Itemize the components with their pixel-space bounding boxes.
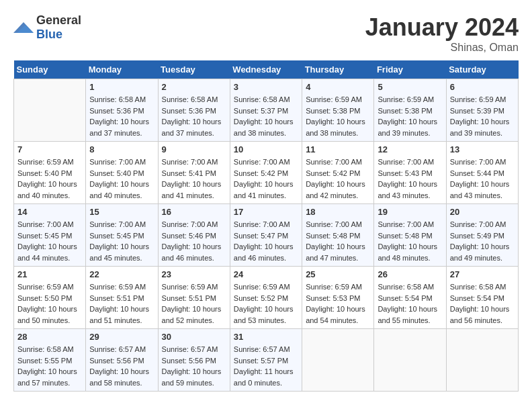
weekday-header-saturday: Saturday [446, 60, 518, 79]
calendar-cell: 1Sunrise: 6:58 AMSunset: 5:36 PMDaylight… [86, 79, 158, 142]
day-number: 7 [17, 144, 82, 154]
calendar-cell: 18Sunrise: 7:00 AMSunset: 5:48 PMDayligh… [302, 204, 374, 267]
calendar-cell: 8Sunrise: 7:00 AMSunset: 5:40 PMDaylight… [86, 142, 158, 204]
calendar-cell: 27Sunrise: 6:58 AMSunset: 5:54 PMDayligh… [446, 267, 518, 329]
day-detail: Sunrise: 6:58 AMSunset: 5:54 PMDaylight:… [450, 281, 515, 326]
day-number: 28 [17, 332, 82, 342]
weekday-header-friday: Friday [374, 60, 446, 79]
day-detail: Sunrise: 7:00 AMSunset: 5:42 PMDaylight:… [234, 156, 298, 201]
calendar-cell: 21Sunrise: 6:59 AMSunset: 5:50 PMDayligh… [14, 267, 86, 329]
calendar-cell: 4Sunrise: 6:59 AMSunset: 5:38 PMDaylight… [302, 79, 374, 142]
calendar-cell: 28Sunrise: 6:58 AMSunset: 5:55 PMDayligh… [14, 329, 86, 392]
day-detail: Sunrise: 6:59 AMSunset: 5:52 PMDaylight:… [234, 281, 298, 326]
weekday-header-thursday: Thursday [302, 60, 374, 79]
day-number: 8 [89, 144, 154, 154]
calendar-cell: 20Sunrise: 7:00 AMSunset: 5:49 PMDayligh… [446, 204, 518, 267]
calendar-cell: 3Sunrise: 6:58 AMSunset: 5:37 PMDaylight… [230, 79, 302, 142]
day-number: 17 [234, 207, 298, 217]
weekday-header-sunday: Sunday [14, 60, 86, 79]
day-detail: Sunrise: 6:59 AMSunset: 5:39 PMDaylight:… [450, 94, 515, 138]
day-number: 31 [234, 332, 298, 342]
calendar-cell: 19Sunrise: 7:00 AMSunset: 5:48 PMDayligh… [374, 204, 446, 267]
day-number: 15 [89, 207, 154, 217]
day-detail: Sunrise: 7:00 AMSunset: 5:48 PMDaylight:… [306, 219, 370, 263]
day-number: 2 [162, 82, 226, 92]
calendar-cell: 13Sunrise: 7:00 AMSunset: 5:44 PMDayligh… [446, 142, 518, 204]
day-number: 23 [162, 269, 226, 279]
calendar-table: SundayMondayTuesdayWednesdayThursdayFrid… [13, 60, 519, 392]
day-number: 27 [450, 269, 515, 279]
day-detail: Sunrise: 6:57 AMSunset: 5:57 PMDaylight:… [234, 344, 298, 388]
day-detail: Sunrise: 7:00 AMSunset: 5:41 PMDaylight:… [162, 156, 226, 201]
day-number: 26 [378, 269, 442, 279]
day-detail: Sunrise: 6:58 AMSunset: 5:36 PMDaylight:… [89, 94, 154, 138]
day-number: 25 [306, 269, 370, 279]
day-number: 10 [234, 144, 298, 154]
calendar-cell [14, 79, 86, 142]
location-title: Shinas, Oman [365, 42, 519, 54]
day-detail: Sunrise: 7:00 AMSunset: 5:48 PMDaylight:… [378, 219, 442, 263]
calendar-cell: 5Sunrise: 6:59 AMSunset: 5:38 PMDaylight… [374, 79, 446, 142]
day-detail: Sunrise: 7:00 AMSunset: 5:47 PMDaylight:… [234, 219, 298, 263]
day-number: 19 [378, 207, 442, 217]
logo-text-general: General [36, 13, 81, 27]
day-detail: Sunrise: 6:59 AMSunset: 5:38 PMDaylight:… [378, 94, 442, 138]
calendar-cell: 6Sunrise: 6:59 AMSunset: 5:39 PMDaylight… [446, 79, 518, 142]
day-number: 4 [306, 82, 370, 92]
calendar-cell: 23Sunrise: 6:59 AMSunset: 5:51 PMDayligh… [158, 267, 230, 329]
day-detail: Sunrise: 6:59 AMSunset: 5:40 PMDaylight:… [17, 156, 82, 201]
day-detail: Sunrise: 6:58 AMSunset: 5:55 PMDaylight:… [17, 344, 82, 388]
day-number: 16 [162, 207, 226, 217]
calendar-cell: 12Sunrise: 7:00 AMSunset: 5:43 PMDayligh… [374, 142, 446, 204]
day-detail: Sunrise: 7:00 AMSunset: 5:46 PMDaylight:… [162, 219, 226, 263]
logo-icon [13, 19, 34, 36]
logo: General Blue [13, 13, 81, 42]
calendar-cell: 11Sunrise: 7:00 AMSunset: 5:42 PMDayligh… [302, 142, 374, 204]
title-area: January 2024 Shinas, Oman [365, 13, 519, 54]
weekday-header-tuesday: Tuesday [158, 60, 230, 79]
day-number: 20 [450, 207, 515, 217]
day-detail: Sunrise: 7:00 AMSunset: 5:43 PMDaylight:… [378, 156, 442, 201]
day-number: 29 [89, 332, 154, 342]
calendar-cell [446, 329, 518, 392]
weekday-header-monday: Monday [86, 60, 158, 79]
month-title: January 2024 [365, 13, 519, 42]
calendar-cell: 15Sunrise: 7:00 AMSunset: 5:45 PMDayligh… [86, 204, 158, 267]
weekday-header-wednesday: Wednesday [230, 60, 302, 79]
day-detail: Sunrise: 7:00 AMSunset: 5:44 PMDaylight:… [450, 156, 515, 201]
day-detail: Sunrise: 6:57 AMSunset: 5:56 PMDaylight:… [162, 344, 226, 388]
calendar-cell: 22Sunrise: 6:59 AMSunset: 5:51 PMDayligh… [86, 267, 158, 329]
day-detail: Sunrise: 6:59 AMSunset: 5:51 PMDaylight:… [162, 281, 226, 326]
day-number: 24 [234, 269, 298, 279]
calendar-cell: 25Sunrise: 6:59 AMSunset: 5:53 PMDayligh… [302, 267, 374, 329]
day-detail: Sunrise: 7:00 AMSunset: 5:45 PMDaylight:… [89, 219, 154, 263]
calendar-cell: 16Sunrise: 7:00 AMSunset: 5:46 PMDayligh… [158, 204, 230, 267]
day-number: 14 [17, 207, 82, 217]
calendar-cell: 31Sunrise: 6:57 AMSunset: 5:57 PMDayligh… [230, 329, 302, 392]
logo-text-blue: Blue [36, 28, 62, 41]
day-detail: Sunrise: 6:58 AMSunset: 5:36 PMDaylight:… [162, 94, 226, 138]
day-detail: Sunrise: 7:00 AMSunset: 5:49 PMDaylight:… [450, 219, 515, 263]
day-number: 18 [306, 207, 370, 217]
calendar-cell: 10Sunrise: 7:00 AMSunset: 5:42 PMDayligh… [230, 142, 302, 204]
calendar-cell: 14Sunrise: 7:00 AMSunset: 5:45 PMDayligh… [14, 204, 86, 267]
calendar-cell [302, 329, 374, 392]
day-detail: Sunrise: 6:59 AMSunset: 5:53 PMDaylight:… [306, 281, 370, 326]
day-detail: Sunrise: 7:00 AMSunset: 5:40 PMDaylight:… [89, 156, 154, 201]
day-number: 21 [17, 269, 82, 279]
day-number: 1 [89, 82, 154, 92]
calendar-cell: 2Sunrise: 6:58 AMSunset: 5:36 PMDaylight… [158, 79, 230, 142]
day-number: 13 [450, 144, 515, 154]
day-number: 11 [306, 144, 370, 154]
day-number: 3 [234, 82, 298, 92]
day-detail: Sunrise: 6:59 AMSunset: 5:50 PMDaylight:… [17, 281, 82, 326]
calendar-cell: 9Sunrise: 7:00 AMSunset: 5:41 PMDaylight… [158, 142, 230, 204]
day-number: 22 [89, 269, 154, 279]
calendar-cell: 30Sunrise: 6:57 AMSunset: 5:56 PMDayligh… [158, 329, 230, 392]
calendar-cell: 24Sunrise: 6:59 AMSunset: 5:52 PMDayligh… [230, 267, 302, 329]
day-number: 30 [162, 332, 226, 342]
header: General Blue January 2024 Shinas, Oman [13, 13, 519, 54]
day-number: 12 [378, 144, 442, 154]
day-detail: Sunrise: 6:58 AMSunset: 5:37 PMDaylight:… [234, 94, 298, 138]
day-detail: Sunrise: 7:00 AMSunset: 5:42 PMDaylight:… [306, 156, 370, 201]
